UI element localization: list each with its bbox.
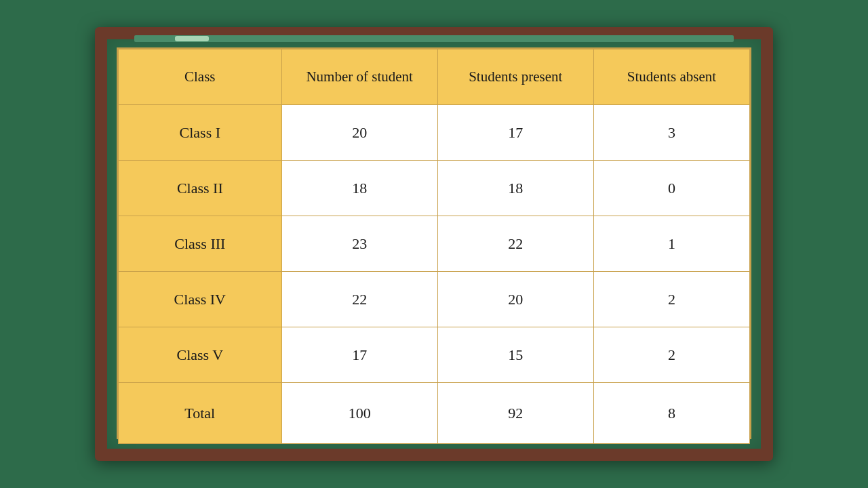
header-absent: Students absent bbox=[593, 49, 749, 105]
cell-absent: 2 bbox=[593, 327, 749, 383]
cell-number: 23 bbox=[281, 216, 437, 272]
cell-number: 17 bbox=[281, 327, 437, 383]
cell-absent: 0 bbox=[593, 161, 749, 216]
chalkboard: Class Number of student Students present… bbox=[95, 27, 773, 461]
cell-class: Class IV bbox=[119, 272, 282, 327]
cell-present: 20 bbox=[437, 272, 593, 327]
cell-class: Class V bbox=[119, 327, 282, 383]
table-header-row: Class Number of student Students present… bbox=[119, 49, 750, 105]
table-row: Class V17152 bbox=[119, 327, 750, 383]
cell-present: 22 bbox=[437, 216, 593, 272]
header-present: Students present bbox=[437, 49, 593, 105]
cell-number: 100 bbox=[281, 383, 437, 444]
cell-absent: 3 bbox=[593, 105, 749, 161]
cell-present: 17 bbox=[437, 105, 593, 161]
chalk-piece bbox=[175, 36, 209, 41]
cell-present: 18 bbox=[437, 161, 593, 216]
cell-present: 15 bbox=[437, 327, 593, 383]
chalk-tray bbox=[134, 35, 734, 42]
cell-class: Class III bbox=[119, 216, 282, 272]
table-row: Class II18180 bbox=[119, 161, 750, 216]
table-row: Class I20173 bbox=[119, 105, 750, 161]
cell-absent: 8 bbox=[593, 383, 749, 444]
cell-absent: 1 bbox=[593, 216, 749, 272]
cell-absent: 2 bbox=[593, 272, 749, 327]
header-class: Class bbox=[119, 49, 282, 105]
cell-class: Class I bbox=[119, 105, 282, 161]
table-row: Class IV22202 bbox=[119, 272, 750, 327]
cell-class: Total bbox=[119, 383, 282, 444]
data-table: Class Number of student Students present… bbox=[118, 49, 750, 444]
header-number: Number of student bbox=[281, 49, 437, 105]
cell-number: 22 bbox=[281, 272, 437, 327]
table-row: Total100928 bbox=[119, 383, 750, 444]
table-wrapper: Class Number of student Students present… bbox=[117, 47, 751, 439]
cell-class: Class II bbox=[119, 161, 282, 216]
table-row: Class III23221 bbox=[119, 216, 750, 272]
cell-number: 20 bbox=[281, 105, 437, 161]
cell-present: 92 bbox=[437, 383, 593, 444]
cell-number: 18 bbox=[281, 161, 437, 216]
